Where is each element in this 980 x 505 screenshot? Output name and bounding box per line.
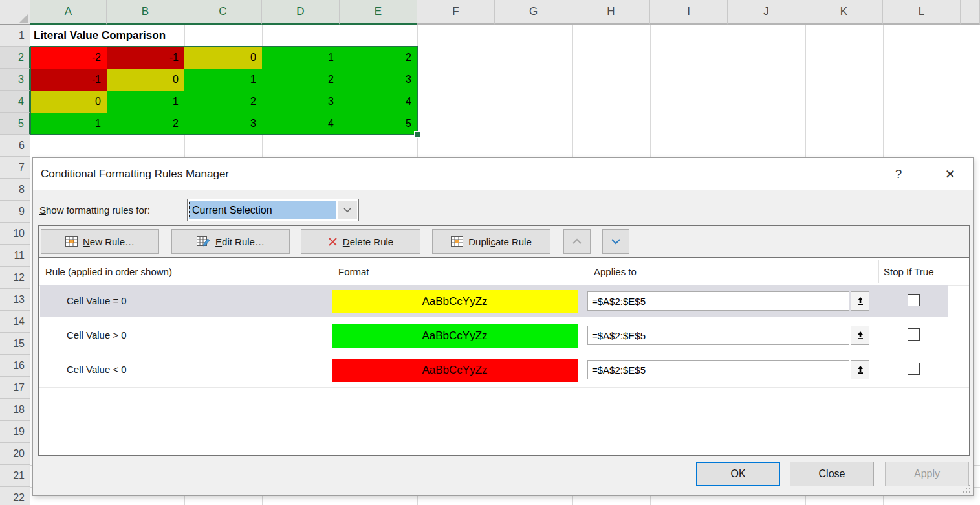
row-header-22[interactable]: 22: [0, 487, 30, 505]
cell-B2[interactable]: -1: [107, 47, 184, 69]
cell-C3[interactable]: 1: [184, 69, 262, 91]
applies-to-input[interactable]: [587, 326, 849, 345]
row-header-3[interactable]: 3: [0, 69, 30, 91]
duplicate-rule-button[interactable]: Duplicate Rule: [432, 229, 550, 254]
new-rule-label: New Rule…: [83, 236, 135, 247]
rule-row-3[interactable]: Cell Value < 0AaBbCcYyZz: [39, 354, 969, 388]
row-header-9[interactable]: 9: [0, 201, 30, 223]
cell-B4[interactable]: 1: [107, 91, 184, 113]
move-rule-up-button[interactable]: [563, 229, 591, 254]
column-header-K[interactable]: K: [805, 0, 883, 25]
column-header-J[interactable]: J: [728, 0, 805, 25]
row-header-15[interactable]: 15: [0, 333, 30, 355]
help-icon[interactable]: ?: [884, 158, 913, 190]
select-all-corner[interactable]: [0, 0, 30, 25]
rule-row-2[interactable]: Cell Value > 0AaBbCcYyZz: [39, 319, 969, 354]
row-header-11[interactable]: 11: [0, 245, 30, 267]
cell-C4[interactable]: 2: [184, 91, 262, 113]
cell-E3[interactable]: 3: [340, 69, 417, 91]
row-header-6[interactable]: 6: [0, 135, 30, 157]
rules-toolbar: New Rule…Edit Rule…Delete RuleDuplicate …: [39, 226, 969, 258]
applies-to-input[interactable]: [587, 291, 849, 311]
edit-rule-button[interactable]: Edit Rule…: [171, 229, 290, 254]
cell-A4[interactable]: 0: [30, 91, 107, 113]
stop-if-true-checkbox[interactable]: [908, 363, 920, 375]
stop-if-true-checkbox[interactable]: [908, 294, 920, 306]
cell-D5[interactable]: 4: [262, 113, 340, 135]
collapse-dialog-button[interactable]: [851, 360, 869, 379]
rules-panel: New Rule…Edit Rule…Delete RuleDuplicate …: [38, 225, 970, 456]
rules-list: Rule (applied in order shown)FormatAppli…: [39, 258, 969, 455]
row-header-2[interactable]: 2: [0, 47, 30, 69]
cell-A5[interactable]: 1: [30, 113, 107, 135]
cell-E2[interactable]: 2: [340, 47, 417, 69]
delete-rule-label: Delete Rule: [343, 236, 393, 247]
row-header-13[interactable]: 13: [0, 289, 30, 311]
cell-C5[interactable]: 3: [184, 113, 262, 135]
cell-D3[interactable]: 2: [262, 69, 340, 91]
applies-to-input[interactable]: [587, 360, 849, 379]
red-x-icon: [328, 237, 338, 247]
row-header-10[interactable]: 10: [0, 223, 30, 245]
cell-E5[interactable]: 5: [340, 113, 417, 135]
close-button[interactable]: Close: [790, 462, 874, 486]
cell-E4[interactable]: 4: [340, 91, 417, 113]
collapse-dialog-button[interactable]: [851, 291, 869, 311]
column-header-H[interactable]: H: [572, 0, 650, 25]
ok-button[interactable]: OK: [696, 462, 780, 486]
row-header-12[interactable]: 12: [0, 267, 30, 289]
cell-B3[interactable]: 0: [107, 69, 184, 91]
column-header-A[interactable]: A: [30, 0, 107, 25]
show-rules-dropdown[interactable]: Current Selection: [187, 199, 359, 221]
row-header-16[interactable]: 16: [0, 355, 30, 377]
list-header-rule: Rule (applied in order shown): [45, 258, 172, 285]
dropdown-selected-value: Current Selection: [189, 201, 336, 219]
fill-handle[interactable]: [414, 131, 420, 138]
row-header-20[interactable]: 20: [0, 443, 30, 465]
row-header-14[interactable]: 14: [0, 311, 30, 333]
column-header-C[interactable]: C: [184, 0, 262, 25]
row-header-17[interactable]: 17: [0, 377, 30, 399]
close-icon[interactable]: ✕: [935, 158, 965, 190]
list-header-applies-to: Applies to: [594, 258, 637, 285]
new-rule-button[interactable]: New Rule…: [41, 229, 159, 254]
format-preview: AaBbCcYyZz: [332, 324, 578, 348]
row-header-8[interactable]: 8: [0, 179, 30, 201]
column-header-L[interactable]: L: [883, 0, 961, 25]
row-header-1[interactable]: 1: [0, 25, 30, 47]
row-header-21[interactable]: 21: [0, 465, 30, 487]
cell-C2[interactable]: 0: [184, 47, 262, 69]
cell-A1-title[interactable]: Literal Value Comparison: [34, 25, 175, 47]
cell-A3[interactable]: -1: [30, 69, 107, 91]
table-grid-icon: [451, 236, 463, 247]
collapse-dialog-button[interactable]: [851, 326, 869, 345]
cell-A2[interactable]: -2: [30, 47, 107, 69]
cell-B5[interactable]: 2: [107, 113, 184, 135]
column-header-m[interactable]: [961, 0, 980, 25]
row-header-5[interactable]: 5: [0, 113, 30, 135]
edit-rule-label: Edit Rule…: [215, 236, 265, 247]
stop-if-true-checkbox[interactable]: [908, 328, 920, 341]
rule-row-1[interactable]: Cell Value = 0AaBbCcYyZz: [39, 285, 969, 319]
row-header-18[interactable]: 18: [0, 399, 30, 421]
column-header-I[interactable]: I: [650, 0, 728, 25]
list-header-separator: [587, 260, 587, 283]
rule-description: Cell Value < 0: [67, 354, 127, 386]
move-rule-down-button[interactable]: [602, 229, 629, 254]
row-header-19[interactable]: 19: [0, 421, 30, 443]
dropdown-chevron-icon[interactable]: [338, 201, 357, 219]
list-header-separator: [878, 260, 879, 283]
column-header-G[interactable]: G: [495, 0, 572, 25]
delete-rule-button[interactable]: Delete Rule: [301, 229, 420, 254]
column-header-F[interactable]: F: [417, 0, 495, 25]
row-header-7[interactable]: 7: [0, 157, 30, 179]
row-header-4[interactable]: 4: [0, 91, 30, 113]
column-header-D[interactable]: D: [262, 0, 340, 25]
cell-D2[interactable]: 1: [262, 47, 340, 69]
column-header-E[interactable]: E: [340, 0, 417, 25]
list-header-separator: [329, 260, 329, 283]
column-header-B[interactable]: B: [107, 0, 184, 25]
resize-grip[interactable]: [963, 485, 970, 493]
cell-D4[interactable]: 3: [262, 91, 340, 113]
table-edit-icon: [197, 236, 210, 247]
